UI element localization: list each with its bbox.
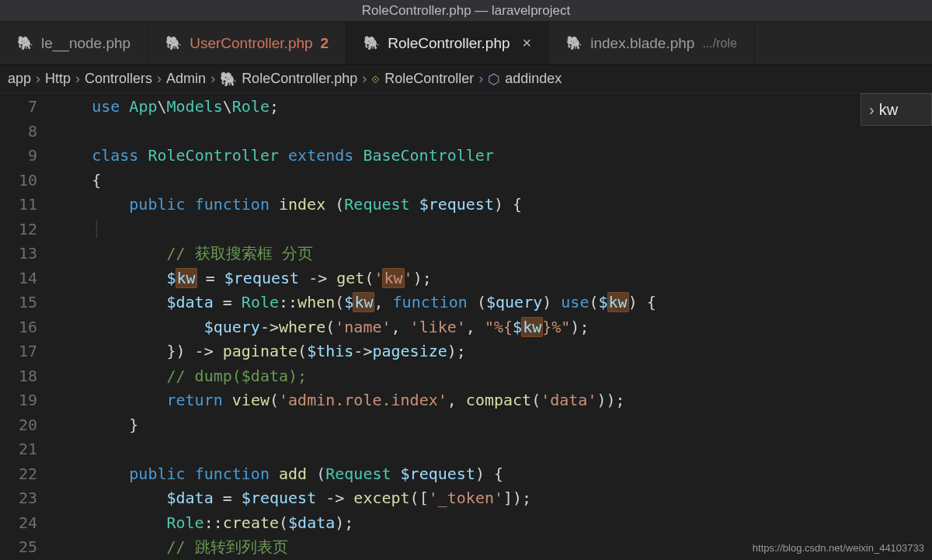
php-icon: 🐘 <box>165 35 182 51</box>
chevron-right-icon: › <box>36 71 40 87</box>
find-widget-collapsed[interactable]: › kw <box>861 93 932 126</box>
code-line[interactable]: { <box>54 169 932 193</box>
line-number: 25 <box>0 535 37 560</box>
code-line[interactable]: public function add (Request $request) { <box>54 462 932 487</box>
tab-usercontroller-php[interactable]: 🐘UserController.php 2 <box>148 22 346 64</box>
line-number-gutter: 78910111213141516171819202122232425 <box>0 93 54 560</box>
tab-label: RoleController.php <box>388 35 509 52</box>
editor-tabs: 🐘le__node.php🐘UserController.php 2🐘RoleC… <box>0 22 932 65</box>
chevron-right-icon: › <box>210 71 215 87</box>
line-number: 11 <box>0 193 37 217</box>
breadcrumb-item[interactable]: addindex <box>505 71 562 87</box>
breadcrumb: app›Http›Controllers›Admin›🐘RoleControll… <box>0 65 932 93</box>
code-line[interactable] <box>54 120 932 144</box>
code-line[interactable] <box>54 437 932 462</box>
line-number: 21 <box>0 437 37 462</box>
code-line[interactable]: $kw = $request -> get('kw'); <box>54 266 932 291</box>
line-number: 13 <box>0 242 37 266</box>
code-line[interactable]: class RoleController extends BaseControl… <box>54 144 932 169</box>
php-icon: 🐘 <box>17 35 33 51</box>
find-term: kw <box>879 101 898 119</box>
window-title: RoleController.php — laravelproject <box>362 3 570 19</box>
tab-label: index.blade.php <box>590 35 694 52</box>
php-icon: 🐘 <box>220 71 237 88</box>
code-line[interactable]: $data = $request -> except(['_token']); <box>54 486 932 511</box>
code-line[interactable]: return view('admin.role.index', compact(… <box>54 388 932 413</box>
tab-label: le__node.php <box>41 35 130 52</box>
window-titlebar: RoleController.php — laravelproject <box>0 0 932 22</box>
line-number: 18 <box>0 364 37 389</box>
chevron-right-icon: › <box>75 71 80 87</box>
breadcrumb-item[interactable]: Http <box>45 71 71 87</box>
code-area[interactable]: use App\Models\Role; class RoleControlle… <box>54 93 932 560</box>
chevron-right-icon: › <box>157 71 162 87</box>
line-number: 8 <box>0 120 37 144</box>
code-line[interactable]: // dump($data); <box>54 364 932 389</box>
code-line[interactable]: } <box>54 413 932 438</box>
line-number: 10 <box>0 169 37 193</box>
line-number: 16 <box>0 315 37 340</box>
close-icon[interactable]: × <box>523 34 532 52</box>
chevron-right-icon: › <box>478 71 483 87</box>
breadcrumb-item[interactable]: Admin <box>166 71 206 87</box>
code-editor[interactable]: 78910111213141516171819202122232425 use … <box>0 93 932 560</box>
symbol-class-icon: ⟐ <box>371 71 380 87</box>
line-number: 24 <box>0 511 37 536</box>
line-number: 19 <box>0 388 37 413</box>
line-number: 12 <box>0 217 37 242</box>
tab-rolecontroller-php[interactable]: 🐘RoleController.php× <box>346 22 549 64</box>
code-line[interactable]: use App\Models\Role; <box>54 95 932 120</box>
chevron-right-icon: › <box>869 101 875 119</box>
line-number: 9 <box>0 144 37 169</box>
code-line[interactable]: │ <box>54 217 932 242</box>
breadcrumb-item[interactable]: RoleController <box>384 71 474 87</box>
watermark: https://blog.csdn.net/weixin_44103733 <box>753 542 924 554</box>
code-line[interactable]: $query->where('name', 'like', "%{$kw}%")… <box>54 315 932 340</box>
php-icon: 🐘 <box>363 35 380 51</box>
tab-modified-count: 2 <box>321 35 329 52</box>
line-number: 20 <box>0 413 37 438</box>
breadcrumb-item[interactable]: app <box>8 71 31 87</box>
line-number: 17 <box>0 339 37 364</box>
code-line[interactable]: }) -> paginate($this->pagesize); <box>54 339 932 364</box>
breadcrumb-item[interactable]: Controllers <box>85 71 152 87</box>
breadcrumb-item[interactable]: RoleController.php <box>242 71 357 87</box>
code-line[interactable]: Role::create($data); <box>54 511 932 536</box>
line-number: 14 <box>0 266 37 291</box>
tab-label: UserController.php <box>190 35 312 52</box>
tab-subpath: .../role <box>702 37 736 50</box>
line-number: 7 <box>0 95 37 120</box>
php-icon: 🐘 <box>566 35 582 51</box>
code-line[interactable]: public function index (Request $request)… <box>54 193 932 217</box>
code-line[interactable]: $data = Role::when($kw, function ($query… <box>54 290 932 315</box>
code-line[interactable]: // 获取搜索框 分页 <box>54 242 932 266</box>
line-number: 15 <box>0 290 37 315</box>
tab-index-blade-php[interactable]: 🐘index.blade.php .../role <box>549 22 755 64</box>
chevron-right-icon: › <box>362 71 367 87</box>
line-number: 22 <box>0 462 37 487</box>
line-number: 23 <box>0 486 37 511</box>
symbol-method-icon: ⬡ <box>488 71 500 88</box>
tab-le-node-php[interactable]: 🐘le__node.php <box>0 22 148 64</box>
